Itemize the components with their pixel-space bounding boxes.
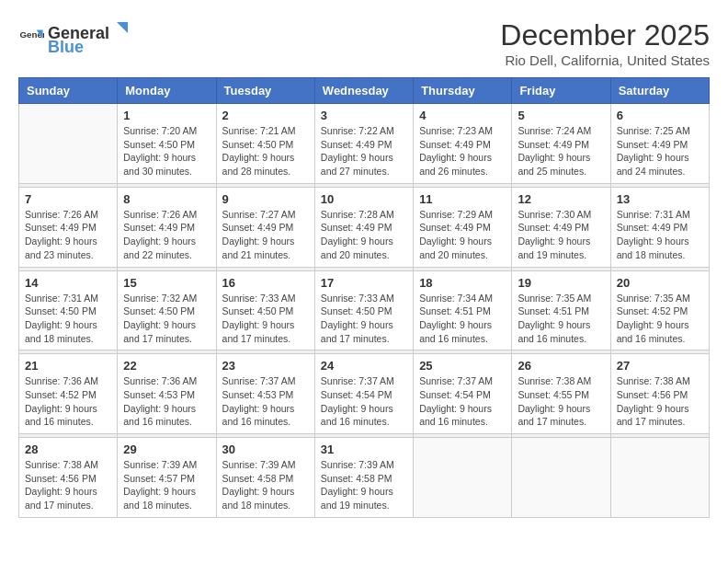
calendar-cell: 12Sunrise: 7:30 AMSunset: 4:49 PMDayligh… (512, 187, 610, 267)
day-number: 29 (123, 442, 210, 456)
day-number: 30 (222, 442, 309, 456)
day-number: 1 (123, 109, 210, 122)
calendar-cell: 19Sunrise: 7:35 AMSunset: 4:51 PMDayligh… (512, 270, 610, 350)
calendar-cell: 17Sunrise: 7:33 AMSunset: 4:50 PMDayligh… (314, 270, 413, 350)
day-number: 15 (123, 276, 210, 290)
calendar-cell: 26Sunrise: 7:38 AMSunset: 4:55 PMDayligh… (512, 354, 610, 434)
day-number: 19 (518, 276, 604, 290)
calendar-cell: 23Sunrise: 7:37 AMSunset: 4:53 PMDayligh… (216, 354, 314, 434)
calendar-week-1: 1Sunrise: 7:20 AMSunset: 4:50 PMDaylight… (19, 104, 710, 184)
day-info: Sunrise: 7:38 AMSunset: 4:55 PMDaylight:… (518, 374, 604, 429)
day-number: 21 (25, 359, 111, 373)
title-block: December 2025 Rio Dell, California, Unit… (500, 18, 710, 68)
calendar-cell: 21Sunrise: 7:36 AMSunset: 4:52 PMDayligh… (19, 354, 118, 434)
day-number: 14 (25, 276, 111, 290)
day-info: Sunrise: 7:39 AMSunset: 4:58 PMDaylight:… (321, 458, 407, 512)
day-number: 24 (321, 359, 407, 373)
calendar-cell: 24Sunrise: 7:37 AMSunset: 4:54 PMDayligh… (314, 354, 413, 434)
calendar-cell: 20Sunrise: 7:35 AMSunset: 4:52 PMDayligh… (610, 270, 709, 350)
calendar-cell: 13Sunrise: 7:31 AMSunset: 4:49 PMDayligh… (610, 187, 709, 267)
day-info: Sunrise: 7:31 AMSunset: 4:50 PMDaylight:… (25, 292, 111, 346)
day-info: Sunrise: 7:35 AMSunset: 4:52 PMDaylight:… (617, 292, 703, 346)
logo: General General Blue (18, 18, 130, 57)
page-header: General General Blue December 2025 Rio D… (18, 18, 710, 68)
day-info: Sunrise: 7:21 AMSunset: 4:50 PMDaylight:… (222, 124, 309, 178)
day-number: 26 (518, 359, 604, 373)
day-number: 28 (25, 442, 111, 456)
day-info: Sunrise: 7:39 AMSunset: 4:58 PMDaylight:… (222, 458, 309, 512)
day-number: 11 (419, 192, 506, 206)
header-saturday: Saturday (610, 78, 709, 104)
calendar-week-4: 21Sunrise: 7:36 AMSunset: 4:52 PMDayligh… (19, 354, 710, 434)
logo-icon: General (18, 25, 44, 51)
day-number: 7 (25, 192, 111, 206)
calendar-cell (610, 438, 709, 518)
day-info: Sunrise: 7:25 AMSunset: 4:49 PMDaylight:… (617, 124, 703, 178)
calendar-cell: 7Sunrise: 7:26 AMSunset: 4:49 PMDaylight… (19, 187, 118, 267)
calendar-cell: 28Sunrise: 7:38 AMSunset: 4:56 PMDayligh… (19, 438, 118, 518)
logo-text: General Blue (48, 18, 130, 57)
header-friday: Friday (512, 78, 610, 104)
day-number: 8 (123, 192, 210, 206)
day-number: 10 (321, 192, 407, 206)
day-number: 25 (419, 359, 506, 373)
calendar-cell: 4Sunrise: 7:23 AMSunset: 4:49 PMDaylight… (414, 104, 512, 184)
day-info: Sunrise: 7:24 AMSunset: 4:49 PMDaylight:… (518, 124, 604, 178)
calendar-cell (414, 438, 512, 518)
day-info: Sunrise: 7:22 AMSunset: 4:49 PMDaylight:… (321, 124, 407, 178)
day-info: Sunrise: 7:23 AMSunset: 4:49 PMDaylight:… (419, 124, 506, 178)
calendar-cell: 22Sunrise: 7:36 AMSunset: 4:53 PMDayligh… (118, 354, 216, 434)
header-sunday: Sunday (19, 78, 118, 104)
day-number: 18 (419, 276, 506, 290)
calendar-cell: 9Sunrise: 7:27 AMSunset: 4:49 PMDaylight… (216, 187, 314, 267)
calendar-cell: 1Sunrise: 7:20 AMSunset: 4:50 PMDaylight… (118, 104, 216, 184)
logo-triangle-icon (109, 18, 130, 39)
calendar-cell: 29Sunrise: 7:39 AMSunset: 4:57 PMDayligh… (118, 438, 216, 518)
svg-marker-2 (117, 22, 128, 33)
calendar-cell: 2Sunrise: 7:21 AMSunset: 4:50 PMDaylight… (216, 104, 314, 184)
day-info: Sunrise: 7:30 AMSunset: 4:49 PMDaylight:… (518, 208, 604, 262)
calendar-cell: 5Sunrise: 7:24 AMSunset: 4:49 PMDaylight… (512, 104, 610, 184)
day-info: Sunrise: 7:20 AMSunset: 4:50 PMDaylight:… (123, 124, 210, 178)
calendar-cell: 6Sunrise: 7:25 AMSunset: 4:49 PMDaylight… (610, 104, 709, 184)
day-number: 6 (617, 109, 703, 122)
header-tuesday: Tuesday (216, 78, 314, 104)
day-number: 31 (321, 442, 407, 456)
calendar-cell (512, 438, 610, 518)
day-info: Sunrise: 7:39 AMSunset: 4:57 PMDaylight:… (123, 458, 210, 512)
calendar-cell: 25Sunrise: 7:37 AMSunset: 4:54 PMDayligh… (414, 354, 512, 434)
day-info: Sunrise: 7:31 AMSunset: 4:49 PMDaylight:… (617, 208, 703, 262)
day-info: Sunrise: 7:34 AMSunset: 4:51 PMDaylight:… (419, 292, 506, 346)
day-info: Sunrise: 7:36 AMSunset: 4:52 PMDaylight:… (25, 374, 111, 429)
day-number: 27 (617, 359, 703, 373)
day-info: Sunrise: 7:35 AMSunset: 4:51 PMDaylight:… (518, 292, 604, 346)
header-monday: Monday (118, 78, 216, 104)
day-number: 3 (321, 109, 407, 122)
subtitle: Rio Dell, California, United States (500, 52, 710, 68)
day-number: 4 (419, 109, 506, 122)
calendar-week-3: 14Sunrise: 7:31 AMSunset: 4:50 PMDayligh… (19, 270, 710, 350)
day-number: 13 (617, 192, 703, 206)
day-info: Sunrise: 7:38 AMSunset: 4:56 PMDaylight:… (617, 374, 703, 429)
calendar-cell (19, 104, 118, 184)
day-info: Sunrise: 7:33 AMSunset: 4:50 PMDaylight:… (222, 292, 309, 346)
header-thursday: Thursday (414, 78, 512, 104)
day-info: Sunrise: 7:37 AMSunset: 4:54 PMDaylight:… (321, 374, 407, 429)
day-number: 17 (321, 276, 407, 290)
calendar-cell: 3Sunrise: 7:22 AMSunset: 4:49 PMDaylight… (314, 104, 413, 184)
header-wednesday: Wednesday (314, 78, 413, 104)
day-info: Sunrise: 7:28 AMSunset: 4:49 PMDaylight:… (321, 208, 407, 262)
main-title: December 2025 (500, 18, 710, 52)
day-info: Sunrise: 7:37 AMSunset: 4:53 PMDaylight:… (222, 374, 309, 429)
calendar-cell: 11Sunrise: 7:29 AMSunset: 4:49 PMDayligh… (414, 187, 512, 267)
calendar-week-5: 28Sunrise: 7:38 AMSunset: 4:56 PMDayligh… (19, 438, 710, 518)
day-number: 20 (617, 276, 703, 290)
day-info: Sunrise: 7:37 AMSunset: 4:54 PMDaylight:… (419, 374, 506, 429)
day-number: 5 (518, 109, 604, 122)
day-number: 12 (518, 192, 604, 206)
calendar-cell: 8Sunrise: 7:26 AMSunset: 4:49 PMDaylight… (118, 187, 216, 267)
calendar-cell: 14Sunrise: 7:31 AMSunset: 4:50 PMDayligh… (19, 270, 118, 350)
calendar-cell: 16Sunrise: 7:33 AMSunset: 4:50 PMDayligh… (216, 270, 314, 350)
calendar-cell: 15Sunrise: 7:32 AMSunset: 4:50 PMDayligh… (118, 270, 216, 350)
calendar-table: SundayMondayTuesdayWednesdayThursdayFrid… (18, 77, 710, 518)
